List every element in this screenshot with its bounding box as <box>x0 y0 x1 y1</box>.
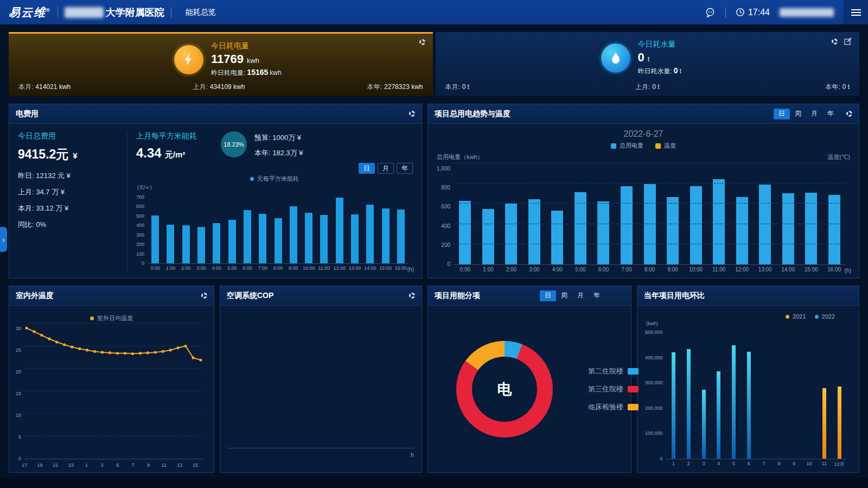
bar[interactable] <box>213 223 220 263</box>
bar[interactable] <box>259 214 266 263</box>
legend-dot <box>786 315 789 319</box>
legend-item-building-3[interactable]: 第三住院楼 <box>578 384 639 394</box>
bar[interactable] <box>597 201 609 264</box>
tab-week[interactable]: 周 <box>556 290 572 301</box>
gear-icon[interactable] <box>201 293 207 299</box>
bar[interactable] <box>382 208 390 263</box>
bar[interactable] <box>228 220 236 263</box>
legend-item-building-2[interactable]: 第二住院楼 <box>578 366 639 376</box>
bar[interactable] <box>713 179 725 264</box>
divider <box>171 7 171 18</box>
panel-temperature: 室内外温度 室外日均温度 302520151050171921231357911… <box>9 286 214 473</box>
x-tick-label: 1:00 <box>163 264 178 272</box>
bar[interactable] <box>672 352 675 459</box>
tab-week[interactable]: 周 <box>790 109 806 119</box>
y-tick-label: 5 <box>18 434 21 440</box>
tab-year[interactable]: 年 <box>397 163 413 174</box>
y-tick-label: 0 <box>142 261 144 266</box>
bar[interactable] <box>244 210 251 263</box>
bar-slot <box>666 327 681 459</box>
electricity-period-stats: 本月:414021 kwh 上月:434109 kwh 本年:2278323 k… <box>18 83 423 92</box>
sqm-value: 4.34元/m² <box>136 145 197 161</box>
gridline <box>454 244 846 244</box>
gear-icon[interactable] <box>832 39 838 45</box>
water-title: 今日耗水量 <box>638 40 681 49</box>
trend-period-tabs: 日 周 月 年 <box>774 109 839 119</box>
tab-month[interactable]: 月 <box>806 109 822 119</box>
bar-slot <box>771 327 787 459</box>
bar[interactable] <box>732 345 736 459</box>
bar[interactable] <box>690 186 702 264</box>
bar[interactable] <box>397 210 405 263</box>
redacted-username[interactable] <box>780 8 834 17</box>
bar[interactable] <box>828 195 840 264</box>
sidebar-expand-tab[interactable]: › <box>0 227 7 252</box>
bar[interactable] <box>702 390 706 459</box>
bar[interactable] <box>687 349 691 459</box>
bar[interactable] <box>459 201 471 264</box>
message-icon[interactable] <box>705 7 716 18</box>
stat-last-month: 上月:434109 kwh <box>193 83 245 92</box>
gear-icon[interactable] <box>419 39 425 45</box>
bar[interactable] <box>822 388 826 459</box>
bar[interactable] <box>351 214 359 263</box>
bar[interactable] <box>736 197 748 264</box>
bar[interactable] <box>551 211 563 264</box>
tab-month[interactable]: 月 <box>572 290 589 301</box>
cost-per-sqm-bar-chart: (h) 70060050040030020010000:001:002:003:… <box>136 191 413 272</box>
y-axis: 500,000400,000300,000200,000100,0000 <box>645 329 666 461</box>
y-tick-label: 0 <box>18 456 21 461</box>
bar[interactable] <box>275 218 282 263</box>
x-tick-label: 7 <box>132 461 135 468</box>
tab-year[interactable]: 年 <box>589 290 605 301</box>
bar[interactable] <box>782 193 794 264</box>
bar[interactable] <box>644 184 656 264</box>
x-tick-label: 14:00 <box>362 264 378 272</box>
edit-icon[interactable] <box>844 37 852 45</box>
bar[interactable] <box>505 204 517 264</box>
x-tick-label: 0:00 <box>454 265 477 274</box>
bar[interactable] <box>717 371 720 459</box>
bar[interactable] <box>197 227 205 263</box>
bar[interactable] <box>305 213 312 263</box>
legend-item-2022[interactable]: 2022 <box>815 313 835 320</box>
bar[interactable] <box>182 225 190 263</box>
bar[interactable] <box>621 186 633 264</box>
bar[interactable] <box>167 225 174 263</box>
tab-month[interactable]: 月 <box>378 163 394 174</box>
panel-title: 项目总用电趋势与温度 <box>435 109 510 119</box>
bar[interactable] <box>290 206 297 263</box>
tab-year[interactable]: 年 <box>822 109 839 119</box>
legend-item-temperature[interactable]: 温度 <box>655 142 676 150</box>
tab-day[interactable]: 日 <box>774 109 790 119</box>
bar[interactable] <box>482 209 494 264</box>
bar[interactable] <box>366 205 374 263</box>
bar[interactable] <box>667 197 679 264</box>
bar[interactable] <box>320 215 328 263</box>
bar[interactable] <box>528 199 540 264</box>
gear-icon[interactable] <box>846 111 852 117</box>
x-tick-label: 2:00 <box>500 265 523 274</box>
tab-day[interactable]: 日 <box>540 290 556 301</box>
bar[interactable] <box>759 185 771 264</box>
x-tick-label: 2:00 <box>178 264 194 272</box>
bar[interactable] <box>151 216 159 263</box>
tab-day[interactable]: 日 <box>359 163 375 174</box>
bar-slot <box>726 327 742 459</box>
x-tick-label: 1 <box>85 461 88 468</box>
navbar-right: 17:44 <box>705 0 868 24</box>
legend-item-power[interactable]: 总用电量 <box>611 142 643 150</box>
gear-icon[interactable] <box>409 293 415 299</box>
bar[interactable] <box>747 352 751 459</box>
bar[interactable] <box>336 198 343 263</box>
hamburger-menu-icon[interactable] <box>844 0 868 24</box>
nav-item-energy-overview[interactable]: 能耗总览 <box>186 8 216 17</box>
bar[interactable] <box>838 386 841 459</box>
legend-item-2021[interactable]: 2021 <box>786 313 806 320</box>
gear-icon[interactable] <box>409 111 415 117</box>
x-axis-unit-label: h <box>411 452 414 458</box>
gridline <box>454 203 846 204</box>
panel-header: 空调系统COP <box>220 286 422 306</box>
legend-item-lab-building[interactable]: 临床检验楼 <box>578 402 639 412</box>
bar-slot <box>454 163 477 264</box>
